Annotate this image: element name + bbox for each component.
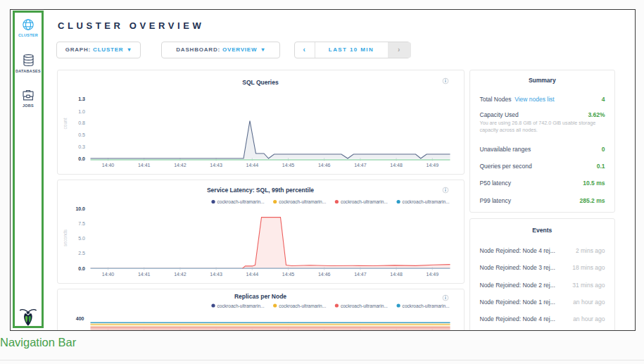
svg-text:14:43: 14:43 <box>210 271 222 276</box>
svg-text:cockroach-ultramarin...: cockroach-ultramarin... <box>340 199 387 204</box>
svg-text:cockroach-ultramarin...: cockroach-ultramarin... <box>217 303 264 308</box>
svg-text:5.0: 5.0 <box>78 236 85 241</box>
svg-text:seconds: seconds <box>62 229 67 246</box>
svg-text:0.3: 0.3 <box>78 144 85 149</box>
svg-text:cockroach-ultramarin...: cockroach-ultramarin... <box>217 199 264 204</box>
svg-text:14:47: 14:47 <box>354 162 367 167</box>
svg-text:0.0: 0.0 <box>78 156 85 161</box>
svg-text:14:41: 14:41 <box>137 271 150 276</box>
svg-text:cockroach-ultramarin...: cockroach-ultramarin... <box>279 303 326 308</box>
svg-text:cockroach-ultramarin...: cockroach-ultramarin... <box>402 199 449 204</box>
svg-text:0.5: 0.5 <box>78 132 85 137</box>
svg-text:14:46: 14:46 <box>317 271 330 276</box>
svg-text:14:41: 14:41 <box>137 162 150 167</box>
svg-text:count: count <box>62 118 67 129</box>
svg-text:SQL Queries: SQL Queries <box>242 79 279 86</box>
svg-text:cockroach-ultramarin...: cockroach-ultramarin... <box>340 303 387 308</box>
svg-text:14:44: 14:44 <box>246 271 258 276</box>
svg-text:14:49: 14:49 <box>426 271 438 276</box>
svg-text:14:45: 14:45 <box>282 162 294 167</box>
svg-text:14:44: 14:44 <box>246 162 258 167</box>
svg-text:14:49: 14:49 <box>426 162 438 167</box>
svg-text:14:46: 14:46 <box>317 162 330 167</box>
svg-text:14:40: 14:40 <box>101 162 114 167</box>
svg-text:14:45: 14:45 <box>282 271 294 276</box>
svg-text:14:48: 14:48 <box>390 271 403 276</box>
svg-text:Service Latency: SQL, 99th per: Service Latency: SQL, 99th percentile <box>206 187 313 194</box>
svg-text:10.0: 10.0 <box>75 206 85 211</box>
svg-text:400: 400 <box>75 316 84 321</box>
svg-text:14:42: 14:42 <box>174 271 187 276</box>
svg-text:14:42: 14:42 <box>174 162 187 167</box>
svg-text:14:43: 14:43 <box>210 162 222 167</box>
svg-text:1.3: 1.3 <box>78 96 85 101</box>
svg-text:2.5: 2.5 <box>78 250 85 255</box>
svg-text:7.5: 7.5 <box>78 221 85 226</box>
svg-text:cockroach-ultramarin...: cockroach-ultramarin... <box>279 199 326 204</box>
svg-text:0.8: 0.8 <box>78 120 85 125</box>
svg-text:14:48: 14:48 <box>390 162 403 167</box>
svg-text:0.0: 0.0 <box>78 265 85 270</box>
svg-text:Replicas per Node: Replicas per Node <box>234 293 286 300</box>
svg-text:14:40: 14:40 <box>101 271 114 276</box>
svg-text:14:47: 14:47 <box>354 271 367 276</box>
svg-text:1.0: 1.0 <box>78 108 85 113</box>
svg-text:cockroach-ultramarin...: cockroach-ultramarin... <box>402 303 449 308</box>
